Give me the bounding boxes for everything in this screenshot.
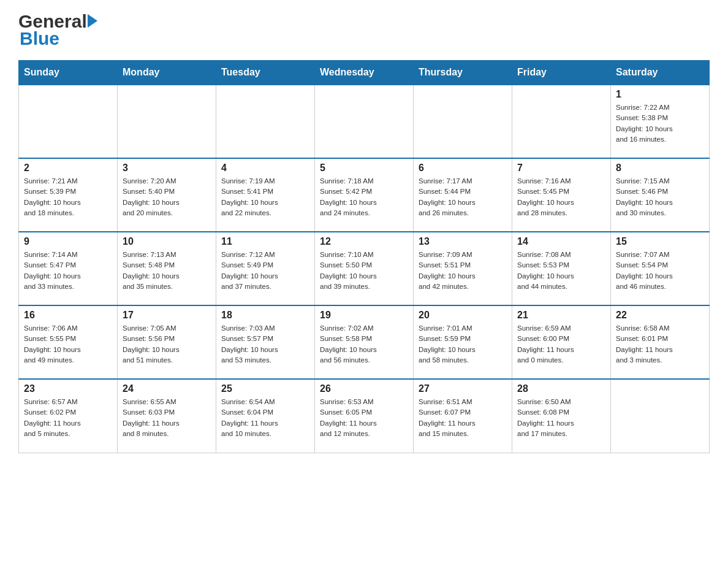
day-number: 24 — [123, 383, 211, 394]
day-info: Sunrise: 7:15 AMSunset: 5:46 PMDaylight:… — [616, 176, 704, 218]
day-cell: 12Sunrise: 7:10 AMSunset: 5:50 PMDayligh… — [315, 232, 414, 305]
day-number: 10 — [123, 236, 211, 247]
day-number: 23 — [24, 383, 112, 394]
calendar-header-row: SundayMondayTuesdayWednesdayThursdayFrid… — [19, 61, 710, 85]
week-row-5: 23Sunrise: 6:57 AMSunset: 6:02 PMDayligh… — [19, 379, 710, 453]
day-number: 9 — [24, 236, 112, 247]
day-info: Sunrise: 7:14 AMSunset: 5:47 PMDaylight:… — [24, 250, 112, 292]
day-number: 22 — [616, 310, 704, 321]
day-cell: 4Sunrise: 7:19 AMSunset: 5:41 PMDaylight… — [216, 158, 315, 232]
day-info: Sunrise: 6:53 AMSunset: 6:05 PMDaylight:… — [320, 397, 408, 439]
day-cell: 28Sunrise: 6:50 AMSunset: 6:08 PMDayligh… — [512, 379, 611, 453]
day-number: 18 — [221, 310, 309, 321]
day-number: 17 — [123, 310, 211, 321]
day-cell: 2Sunrise: 7:21 AMSunset: 5:39 PMDaylight… — [19, 158, 118, 232]
day-number: 15 — [616, 236, 704, 247]
page-header: General Blue — [18, 12, 710, 49]
day-cell: 3Sunrise: 7:20 AMSunset: 5:40 PMDaylight… — [118, 158, 216, 232]
day-cell: 1Sunrise: 7:22 AMSunset: 5:38 PMDaylight… — [611, 85, 710, 158]
day-cell: 8Sunrise: 7:15 AMSunset: 5:46 PMDaylight… — [611, 158, 710, 232]
day-number: 5 — [320, 163, 408, 174]
day-cell: 13Sunrise: 7:09 AMSunset: 5:51 PMDayligh… — [414, 232, 512, 305]
day-cell: 22Sunrise: 6:58 AMSunset: 6:01 PMDayligh… — [611, 305, 710, 379]
calendar-table: SundayMondayTuesdayWednesdayThursdayFrid… — [18, 60, 710, 453]
day-number: 11 — [221, 236, 309, 247]
day-cell — [216, 85, 315, 158]
day-info: Sunrise: 7:12 AMSunset: 5:49 PMDaylight:… — [221, 250, 309, 292]
logo-blue-text: Blue — [20, 28, 98, 49]
day-info: Sunrise: 6:58 AMSunset: 6:01 PMDaylight:… — [616, 323, 704, 366]
day-number: 28 — [517, 383, 605, 394]
day-cell: 25Sunrise: 6:54 AMSunset: 6:04 PMDayligh… — [216, 379, 315, 453]
day-cell: 19Sunrise: 7:02 AMSunset: 5:58 PMDayligh… — [315, 305, 414, 379]
day-info: Sunrise: 7:05 AMSunset: 5:56 PMDaylight:… — [123, 323, 211, 366]
day-info: Sunrise: 7:07 AMSunset: 5:54 PMDaylight:… — [616, 250, 704, 292]
logo-arrow-icon — [88, 14, 97, 28]
day-cell: 24Sunrise: 6:55 AMSunset: 6:03 PMDayligh… — [118, 379, 216, 453]
day-info: Sunrise: 7:16 AMSunset: 5:45 PMDaylight:… — [517, 176, 605, 218]
day-info: Sunrise: 6:54 AMSunset: 6:04 PMDaylight:… — [221, 397, 309, 439]
col-header-saturday: Saturday — [611, 61, 710, 85]
day-number: 12 — [320, 236, 408, 247]
col-header-monday: Monday — [118, 61, 216, 85]
day-cell: 10Sunrise: 7:13 AMSunset: 5:48 PMDayligh… — [118, 232, 216, 305]
day-cell: 16Sunrise: 7:06 AMSunset: 5:55 PMDayligh… — [19, 305, 118, 379]
day-cell — [118, 85, 216, 158]
day-cell — [19, 85, 118, 158]
day-cell: 5Sunrise: 7:18 AMSunset: 5:42 PMDaylight… — [315, 158, 414, 232]
day-number: 27 — [419, 383, 507, 394]
day-number: 3 — [123, 163, 211, 174]
day-info: Sunrise: 6:55 AMSunset: 6:03 PMDaylight:… — [123, 397, 211, 439]
day-number: 8 — [616, 163, 704, 174]
day-info: Sunrise: 7:22 AMSunset: 5:38 PMDaylight:… — [616, 102, 704, 145]
week-row-4: 16Sunrise: 7:06 AMSunset: 5:55 PMDayligh… — [19, 305, 710, 379]
day-cell: 14Sunrise: 7:08 AMSunset: 5:53 PMDayligh… — [512, 232, 611, 305]
col-header-wednesday: Wednesday — [315, 61, 414, 85]
day-cell: 27Sunrise: 6:51 AMSunset: 6:07 PMDayligh… — [414, 379, 512, 453]
day-cell: 17Sunrise: 7:05 AMSunset: 5:56 PMDayligh… — [118, 305, 216, 379]
day-info: Sunrise: 7:13 AMSunset: 5:48 PMDaylight:… — [123, 250, 211, 292]
day-cell — [611, 379, 710, 453]
day-info: Sunrise: 7:03 AMSunset: 5:57 PMDaylight:… — [221, 323, 309, 366]
day-number: 25 — [221, 383, 309, 394]
day-cell — [315, 85, 414, 158]
day-number: 14 — [517, 236, 605, 247]
day-cell: 20Sunrise: 7:01 AMSunset: 5:59 PMDayligh… — [414, 305, 512, 379]
day-info: Sunrise: 6:51 AMSunset: 6:07 PMDaylight:… — [419, 397, 507, 439]
day-info: Sunrise: 6:57 AMSunset: 6:02 PMDaylight:… — [24, 397, 112, 439]
day-cell: 15Sunrise: 7:07 AMSunset: 5:54 PMDayligh… — [611, 232, 710, 305]
day-number: 2 — [24, 163, 112, 174]
logo: General Blue — [18, 12, 98, 49]
day-info: Sunrise: 6:59 AMSunset: 6:00 PMDaylight:… — [517, 323, 605, 366]
day-info: Sunrise: 7:19 AMSunset: 5:41 PMDaylight:… — [221, 176, 309, 218]
day-info: Sunrise: 7:02 AMSunset: 5:58 PMDaylight:… — [320, 323, 408, 366]
day-cell: 18Sunrise: 7:03 AMSunset: 5:57 PMDayligh… — [216, 305, 315, 379]
col-header-tuesday: Tuesday — [216, 61, 315, 85]
day-cell: 6Sunrise: 7:17 AMSunset: 5:44 PMDaylight… — [414, 158, 512, 232]
week-row-3: 9Sunrise: 7:14 AMSunset: 5:47 PMDaylight… — [19, 232, 710, 305]
day-number: 1 — [616, 89, 704, 100]
day-cell: 11Sunrise: 7:12 AMSunset: 5:49 PMDayligh… — [216, 232, 315, 305]
day-info: Sunrise: 7:21 AMSunset: 5:39 PMDaylight:… — [24, 176, 112, 218]
day-info: Sunrise: 7:01 AMSunset: 5:59 PMDaylight:… — [419, 323, 507, 366]
week-row-1: 1Sunrise: 7:22 AMSunset: 5:38 PMDaylight… — [19, 85, 710, 158]
day-cell — [414, 85, 512, 158]
day-number: 26 — [320, 383, 408, 394]
day-number: 6 — [419, 163, 507, 174]
day-cell: 21Sunrise: 6:59 AMSunset: 6:00 PMDayligh… — [512, 305, 611, 379]
day-number: 16 — [24, 310, 112, 321]
day-info: Sunrise: 6:50 AMSunset: 6:08 PMDaylight:… — [517, 397, 605, 439]
day-info: Sunrise: 7:06 AMSunset: 5:55 PMDaylight:… — [24, 323, 112, 366]
col-header-sunday: Sunday — [19, 61, 118, 85]
day-cell — [512, 85, 611, 158]
day-info: Sunrise: 7:08 AMSunset: 5:53 PMDaylight:… — [517, 250, 605, 292]
week-row-2: 2Sunrise: 7:21 AMSunset: 5:39 PMDaylight… — [19, 158, 710, 232]
day-number: 4 — [221, 163, 309, 174]
col-header-thursday: Thursday — [414, 61, 512, 85]
day-number: 7 — [517, 163, 605, 174]
day-number: 13 — [419, 236, 507, 247]
day-info: Sunrise: 7:17 AMSunset: 5:44 PMDaylight:… — [419, 176, 507, 218]
day-number: 20 — [419, 310, 507, 321]
day-info: Sunrise: 7:20 AMSunset: 5:40 PMDaylight:… — [123, 176, 211, 218]
day-number: 19 — [320, 310, 408, 321]
